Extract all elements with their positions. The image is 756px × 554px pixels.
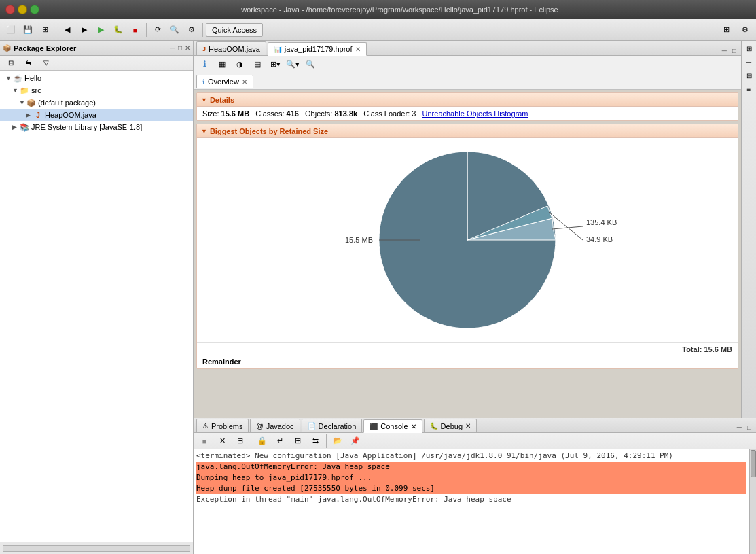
tab-declaration[interactable]: 📄 Declaration (302, 419, 363, 432)
console-text-2: Heap dump file created [27535550 bytes i… (196, 484, 435, 493)
right-side-panel: ⊞ ─ ⊟ ≡ (741, 41, 756, 418)
console-stop-btn[interactable]: ■ (196, 433, 213, 449)
heap-find-btn[interactable]: 🔍▾ (285, 56, 301, 73)
console-switch-btn[interactable]: ⇆ (307, 433, 323, 449)
sep2 (146, 23, 147, 37)
console-word-wrap-btn[interactable]: ↵ (272, 433, 288, 449)
heap-oql-btn[interactable]: ▤ (249, 56, 266, 73)
tab-maximize-btn[interactable]: □ (730, 46, 738, 55)
console-clear-btn[interactable]: ⊟ (232, 433, 248, 449)
classloader-value: 3 (412, 109, 416, 118)
tree-item-jre[interactable]: ▶ 📚 JRE System Library [JavaSE-1.8] (0, 121, 193, 133)
console-header-line: <terminated> New_configuration [Java App… (196, 451, 746, 462)
console-scrollbar[interactable] (749, 449, 756, 554)
console-remove-btn[interactable]: ✕ (214, 433, 230, 449)
forward-button[interactable]: ▶ (76, 22, 92, 38)
tab-debug[interactable]: 🐛 Debug ✕ (424, 419, 477, 432)
link-editor-button[interactable]: ⇆ (20, 55, 37, 71)
collapse-all-button[interactable]: ⊟ (3, 55, 19, 71)
toolbar-extra-3[interactable]: ⚙ (183, 22, 200, 38)
tree-item-src[interactable]: ▼ 📁 src (0, 84, 193, 97)
debug-button[interactable]: 🐛 (110, 22, 126, 38)
hprof-tab-close[interactable]: ✕ (355, 46, 361, 53)
biggest-objects-header[interactable]: ▼ Biggest Objects by Retained Size (197, 124, 738, 138)
debug-tab-close[interactable]: ✕ (465, 422, 471, 430)
console-scroll-lock-btn[interactable]: 🔒 (254, 433, 270, 449)
panel-minimize-icon[interactable]: ─ (170, 44, 175, 52)
perspective-button[interactable]: ⊞ (718, 22, 734, 38)
view-menu-button[interactable]: ▽ (38, 55, 54, 71)
details-section-header[interactable]: ▼ Details (197, 93, 738, 107)
minimize-button[interactable] (18, 5, 27, 14)
package-explorer-header: 📦 Package Explorer ─ □ ✕ (0, 41, 193, 56)
toolbar-btn-2[interactable]: 💾 (20, 22, 36, 38)
tree-item-hello[interactable]: ▼ ☕ Hello (0, 72, 193, 84)
quick-access-button[interactable]: Quick Access (206, 23, 263, 37)
bottom-minimize-btn[interactable]: ─ (735, 423, 744, 432)
stop-button[interactable]: ■ (127, 22, 143, 38)
overview-tab-label: Overview (208, 77, 239, 86)
console-tab-close[interactable]: ✕ (411, 423, 416, 430)
side-icon-2[interactable]: ─ (743, 56, 755, 68)
heap-dominator-btn[interactable]: ◑ (232, 56, 248, 73)
tree-item-default-package[interactable]: ▼ 📦 (default package) (0, 97, 193, 109)
tab-overview[interactable]: ℹ Overview ✕ (196, 75, 253, 88)
slice1-text: 135.4 KB (586, 218, 617, 226)
biggest-objects-toggle-icon[interactable]: ▼ (201, 128, 207, 135)
console-sep2 (326, 434, 327, 448)
maximize-button[interactable] (30, 5, 39, 14)
console-new-btn[interactable]: ⊞ (289, 433, 306, 449)
heap-expand-btn[interactable]: ⊞▾ (267, 56, 283, 73)
run-button[interactable]: ▶ (93, 22, 109, 38)
tab-minimize-btn[interactable]: ─ (720, 46, 729, 55)
problems-icon: ⚠ (202, 422, 209, 430)
new-button[interactable]: ⬜ (3, 22, 19, 38)
horizontal-scroll[interactable] (3, 545, 190, 552)
package-explorer-tree: ▼ ☕ Hello ▼ 📁 src ▼ 📦 (default package) (0, 71, 193, 542)
panel-maximize-icon[interactable]: □ (178, 44, 182, 52)
tab-javadoc[interactable]: @ Javadoc (250, 419, 300, 432)
src-toggle[interactable]: ▼ (12, 87, 19, 94)
nav-toolbar-group: ◀ ▶ ▶ 🐛 ■ (59, 22, 143, 38)
details-toggle-icon[interactable]: ▼ (201, 97, 207, 103)
hello-toggle[interactable]: ▼ (5, 75, 12, 82)
heapoom-toggle[interactable]: ▶ (26, 111, 33, 118)
pkg-toggle[interactable]: ▼ (19, 99, 26, 106)
tab-heapoom[interactable]: J HeapOOM.java (196, 41, 266, 55)
package-icon: 📦 (26, 97, 37, 108)
overview-tab-close[interactable]: ✕ (242, 78, 247, 86)
heap-search-btn[interactable]: 🔍 (302, 56, 319, 73)
console-open-btn[interactable]: 📂 (329, 433, 346, 449)
overview-icon: ℹ (202, 78, 205, 86)
console-scrollbar-thumb[interactable] (751, 450, 756, 477)
bottom-maximize-btn[interactable]: □ (745, 423, 753, 432)
back-button[interactable]: ◀ (59, 22, 75, 38)
heap-info-btn[interactable]: ℹ (196, 56, 213, 73)
toolbar-extra-1[interactable]: ⟳ (149, 22, 166, 38)
tab-hprof[interactable]: 📊 java_pid17179.hprof ✕ (268, 42, 367, 56)
settings-button[interactable]: ⚙ (737, 22, 753, 38)
tree-item-heapoom[interactable]: ▶ J HeapOOM.java (0, 109, 193, 121)
toolbar-extra-2[interactable]: 🔍 (166, 22, 183, 38)
jre-toggle[interactable]: ▶ (12, 124, 19, 131)
tab-console[interactable]: ⬛ Console ✕ (363, 419, 422, 433)
console-icon: ⬛ (370, 423, 378, 430)
toolbar-btn-3[interactable]: ⊞ (37, 22, 53, 38)
console-line-2: Heap dump file created [27535550 bytes i… (196, 483, 746, 494)
declaration-label: Declaration (319, 422, 357, 430)
details-row: Size: 15.6 MB Classes: 416 Objects: 813.… (197, 107, 738, 120)
side-icon-4[interactable]: ≡ (743, 83, 755, 95)
heap-histogram-btn[interactable]: ▦ (214, 56, 230, 73)
console-line-1: Dumping heap to java_pid17179.hprof ... (196, 472, 746, 483)
chart-container: 15.5 MB 135.4 KB 34.9 KB (298, 145, 637, 335)
classloader-label: Class Loader: (363, 109, 410, 118)
close-button[interactable] (5, 5, 15, 14)
console-pin-btn[interactable]: 📌 (347, 433, 363, 449)
window-controls[interactable] (5, 5, 39, 14)
panel-close-icon[interactable]: ✕ (185, 44, 190, 52)
side-icon-1[interactable]: ⊞ (743, 42, 755, 54)
unreachable-objects-link[interactable]: Unreachable Objects Histogram (422, 109, 528, 118)
right-content: J HeapOOM.java 📊 java_pid17179.hprof ✕ ─… (194, 41, 756, 554)
tab-problems[interactable]: ⚠ Problems (196, 419, 249, 432)
side-icon-3[interactable]: ⊟ (743, 69, 755, 82)
